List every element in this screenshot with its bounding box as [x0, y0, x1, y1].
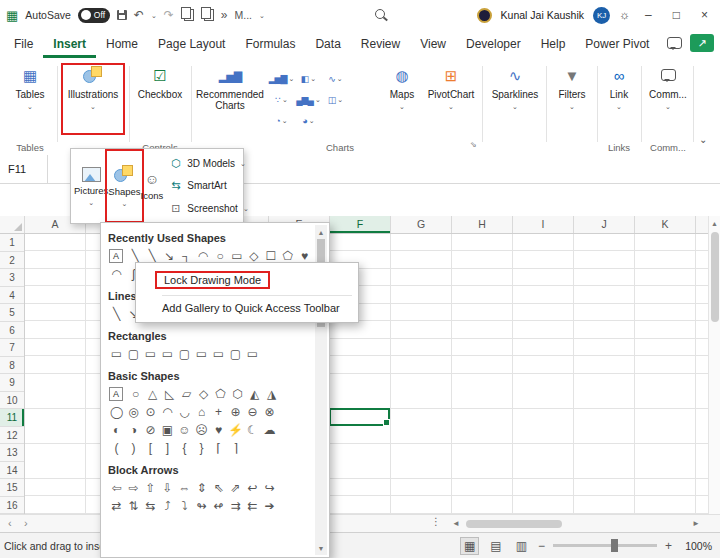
shape-item[interactable]: ⇅	[125, 498, 142, 514]
shape-item[interactable]: ⤵	[176, 498, 193, 514]
shape-item[interactable]: ↬	[193, 498, 210, 514]
sparklines-button[interactable]: ∿ Sparklines ⌄	[487, 66, 543, 132]
shape-item[interactable]: A	[109, 387, 123, 401]
tab-file[interactable]: File	[4, 30, 43, 58]
shape-item[interactable]: ◠	[159, 404, 176, 420]
column-header-F[interactable]: F	[330, 216, 391, 233]
tab-home[interactable]: Home	[96, 30, 148, 58]
view-normal-button[interactable]: ▦	[460, 537, 479, 555]
shape-item[interactable]: A	[109, 249, 123, 263]
vertical-scroll-thumb[interactable]	[711, 232, 719, 322]
shape-item[interactable]: ➔	[261, 498, 278, 514]
shape-item[interactable]: ⊗	[261, 404, 278, 420]
pivotchart-button[interactable]: ⊞ PivotChart ⌄	[424, 66, 478, 132]
shape-item[interactable]: ⌉	[227, 440, 244, 456]
shape-item[interactable]: ▭	[108, 346, 125, 362]
vertical-scrollbar[interactable]: ▲	[708, 216, 720, 514]
shape-item[interactable]: ▢	[227, 346, 244, 362]
shape-item[interactable]: ⊘	[142, 422, 159, 438]
row-header-16[interactable]: 16	[0, 497, 24, 515]
row-header-2[interactable]: 2	[0, 252, 24, 270]
menu-item-add-gallery-to-quick-access-toolbar[interactable]: Add Gallery to Quick Access Toolbar	[136, 298, 358, 318]
shape-item[interactable]: ▭	[244, 346, 261, 362]
save-icon[interactable]	[117, 10, 127, 20]
shape-item[interactable]: ◠	[108, 266, 125, 282]
copy-icon[interactable]	[184, 9, 194, 21]
fill-handle[interactable]	[383, 419, 390, 426]
comments-icon[interactable]	[667, 37, 682, 49]
icons-button[interactable]: ☺ Icons	[141, 152, 164, 220]
shape-item[interactable]: ○	[127, 386, 144, 402]
more-menu[interactable]: M...	[235, 10, 253, 21]
scroll-up-icon[interactable]: ▲	[711, 220, 718, 227]
zoom-slider-thumb[interactable]	[611, 539, 618, 552]
tab-review[interactable]: Review	[351, 30, 410, 58]
row-header-6[interactable]: 6	[0, 322, 24, 340]
zoom-slider[interactable]	[553, 544, 657, 547]
shape-item[interactable]: ⇉	[227, 498, 244, 514]
autosave-toggle[interactable]: Off	[78, 8, 110, 23]
tab-page-layout[interactable]: Page Layout	[148, 30, 235, 58]
scroll-down-icon[interactable]: ▼	[315, 543, 327, 555]
shape-item[interactable]: △	[144, 386, 161, 402]
row-header-5[interactable]: 5	[0, 304, 24, 322]
shape-item[interactable]: ▢	[125, 346, 142, 362]
row-header-9[interactable]: 9	[0, 374, 24, 392]
tab-formulas[interactable]: Formulas	[235, 30, 305, 58]
zoom-level[interactable]: 100%	[680, 540, 712, 552]
row-header-14[interactable]: 14	[0, 462, 24, 480]
shape-item[interactable]: ⚡	[227, 422, 244, 438]
shape-item[interactable]: ☾	[244, 422, 261, 438]
sheet-prev-icon[interactable]: ‹	[8, 517, 12, 529]
shape-item[interactable]: ⇨	[125, 480, 142, 496]
shape-item[interactable]: ↩	[244, 480, 261, 496]
tab-help[interactable]: Help	[531, 30, 576, 58]
checkbox-button[interactable]: ☑ Checkbox	[134, 66, 186, 132]
row-header-15[interactable]: 15	[0, 479, 24, 497]
shape-item[interactable]: ☹	[193, 422, 210, 438]
shape-item[interactable]: ↪	[261, 480, 278, 496]
shape-item[interactable]: ⬠	[212, 386, 229, 402]
chart-type-button[interactable]: ◫⌄	[322, 95, 349, 105]
tab-developer[interactable]: Developer	[456, 30, 531, 58]
view-page-break-button[interactable]: ▥	[513, 538, 530, 554]
chart-type-button[interactable]: ∵⌄	[268, 95, 295, 105]
lightbulb-icon[interactable]: ☼	[619, 9, 630, 21]
shape-item[interactable]: ⤴	[159, 498, 176, 514]
shape-item[interactable]: ▭	[210, 346, 227, 362]
shape-item[interactable]: +	[210, 404, 227, 420]
shape-item[interactable]: ↫	[210, 498, 227, 514]
shape-item[interactable]: ◡	[176, 404, 193, 420]
shape-item[interactable]: ▱	[178, 386, 195, 402]
row-header-8[interactable]: 8	[0, 357, 24, 375]
shape-item[interactable]: ⇕	[193, 480, 210, 496]
shape-item[interactable]: ▭	[193, 346, 210, 362]
paste-icon[interactable]	[204, 9, 214, 21]
chart-type-button[interactable]: ◔⌄	[268, 116, 295, 126]
row-header-12[interactable]: 12	[0, 427, 24, 445]
row-header-10[interactable]: 10	[0, 392, 24, 410]
shape-item[interactable]: ⇩	[159, 480, 176, 496]
scroll-left-icon[interactable]: ◄	[452, 519, 460, 528]
shape-item[interactable]: ⇧	[142, 480, 159, 496]
shape-item[interactable]: ◮	[263, 386, 280, 402]
more-menu-chevron-icon[interactable]: ⌄	[259, 12, 265, 19]
minimize-button[interactable]: –	[639, 8, 658, 22]
shape-item[interactable]: ▭	[159, 346, 176, 362]
shape-item[interactable]: ◯	[108, 404, 125, 420]
shape-item[interactable]: ☁	[261, 422, 278, 438]
column-header-J[interactable]: J	[574, 216, 635, 233]
smartart-item[interactable]: ⇆ SmartArt	[169, 179, 248, 192]
shape-item[interactable]: ⊖	[244, 404, 261, 420]
shape-item[interactable]: ⊙	[142, 404, 159, 420]
select-all-button[interactable]	[0, 216, 25, 233]
share-button[interactable]: ↗	[690, 34, 714, 52]
pictures-button[interactable]: Pictures ⌄	[74, 152, 108, 220]
shape-item[interactable]: ⌂	[193, 404, 210, 420]
column-header-I[interactable]: I	[513, 216, 574, 233]
comments-ribbon-button[interactable]: Comm... ⌄	[645, 66, 691, 132]
row-header-7[interactable]: 7	[0, 339, 24, 357]
close-button[interactable]: ×	[695, 8, 714, 22]
shape-item[interactable]: ╲	[108, 306, 125, 322]
tab-insert[interactable]: Insert	[43, 30, 96, 58]
